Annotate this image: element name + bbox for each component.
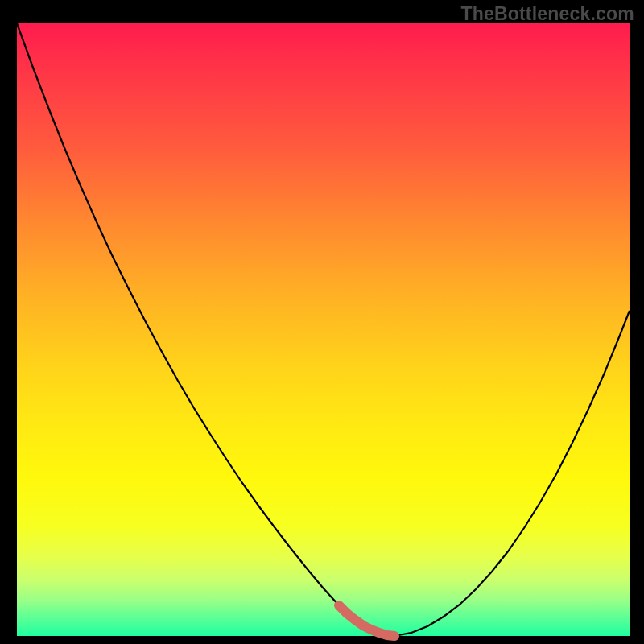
chart-frame: TheBottleneck.com (0, 0, 644, 644)
watermark-text: TheBottleneck.com (460, 3, 634, 25)
curve-svg (17, 23, 630, 636)
plot-area (17, 23, 630, 636)
optimal-band-path (339, 605, 394, 636)
bottleneck-curve-path (17, 23, 630, 636)
